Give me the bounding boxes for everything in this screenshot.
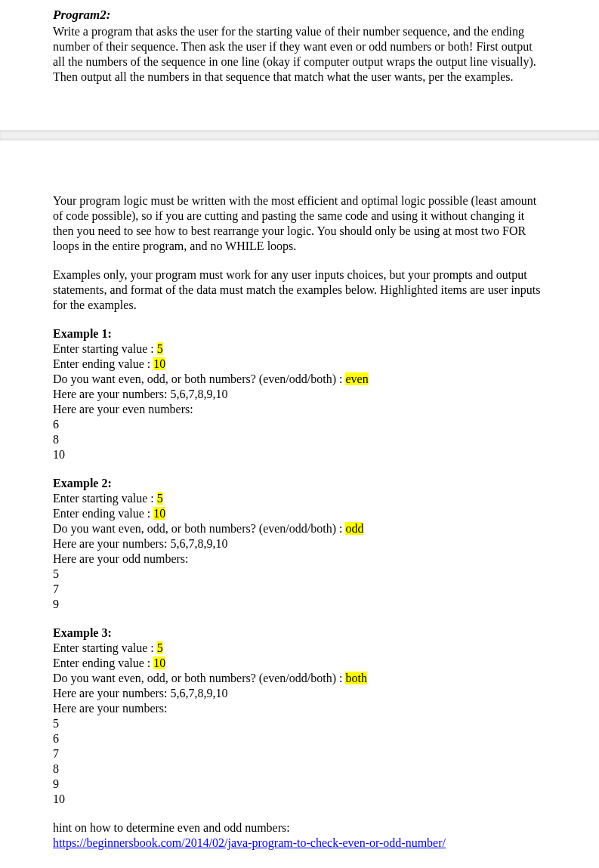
output-value: 8 (53, 432, 546, 447)
example-block: Example 3: Enter starting value : 5 Ente… (53, 626, 546, 807)
bottom-section: Your program logic must be written with … (0, 141, 599, 868)
example-line: Do you want even, odd, or both numbers? … (53, 521, 546, 536)
allnums-line: Here are your numbers: 5,6,7,8,9,10 (53, 387, 546, 402)
top-section: Program2: Write a program that asks the … (0, 0, 599, 130)
choice-prompt: Do you want even, odd, or both numbers? … (53, 372, 345, 385)
user-input-highlight: 10 (153, 507, 165, 520)
example-title: Example 3: (53, 626, 546, 641)
example-block: Example 1: Enter starting value : 5 Ente… (53, 326, 546, 462)
output-value: 9 (53, 597, 546, 612)
end-prompt: Enter ending value : (53, 507, 153, 520)
output-value: 8 (53, 761, 546, 777)
example-line: Enter ending value : 10 (53, 506, 546, 521)
output-value: 5 (53, 567, 546, 582)
choice-prompt: Do you want even, odd, or both numbers? … (53, 672, 345, 684)
user-input-highlight: both (345, 672, 366, 684)
end-prompt: Enter ending value : (53, 357, 153, 370)
user-input-highlight: 10 (153, 357, 165, 370)
example-line: Do you want even, odd, or both numbers? … (53, 372, 546, 387)
hint-label: hint on how to determine even and odd nu… (53, 820, 546, 836)
user-input-highlight: 5 (157, 342, 163, 355)
end-prompt: Enter ending value : (53, 656, 153, 669)
example-block: Example 2: Enter starting value : 5 Ente… (53, 476, 546, 612)
output-value: 6 (53, 731, 546, 746)
output-value: 10 (53, 792, 546, 807)
example-line: Enter starting value : 5 (53, 641, 546, 656)
program-description: Write a program that asks the user for t… (53, 24, 546, 85)
output-value: 5 (53, 716, 546, 731)
output-value: 10 (53, 447, 546, 462)
start-prompt: Enter starting value : (53, 641, 157, 654)
user-input-highlight: 10 (153, 656, 165, 669)
allnums-line: Here are your numbers: 5,6,7,8,9,10 (53, 686, 546, 701)
output-value: 6 (53, 417, 546, 432)
filter-line: Here are your numbers: (53, 701, 546, 716)
output-value: 9 (53, 777, 546, 792)
hint-block: hint on how to determine even and odd nu… (53, 820, 546, 851)
examples-intro-paragraph: Examples only, your program must work fo… (53, 267, 546, 313)
filter-line: Here are your even numbers: (53, 402, 546, 417)
example-line: Enter ending value : 10 (53, 357, 546, 372)
program-heading: Program2: (53, 8, 546, 23)
hint-link[interactable]: https://beginnersbook.com/2014/02/java-p… (53, 836, 446, 849)
start-prompt: Enter starting value : (53, 492, 157, 505)
example-line: Enter starting value : 5 (53, 341, 546, 357)
user-input-highlight: odd (345, 522, 363, 535)
output-value: 7 (53, 746, 546, 761)
allnums-line: Here are your numbers: 5,6,7,8,9,10 (53, 536, 546, 551)
user-input-highlight: even (345, 372, 368, 385)
example-line: Do you want even, odd, or both numbers? … (53, 671, 546, 686)
example-line: Enter ending value : 10 (53, 656, 546, 671)
choice-prompt: Do you want even, odd, or both numbers? … (53, 522, 345, 535)
example-line: Enter starting value : 5 (53, 491, 546, 506)
user-input-highlight: 5 (157, 492, 163, 505)
start-prompt: Enter starting value : (53, 342, 157, 355)
user-input-highlight: 5 (157, 641, 163, 654)
page-divider (0, 130, 599, 141)
filter-line: Here are your odd numbers: (53, 551, 546, 567)
logic-paragraph: Your program logic must be written with … (53, 193, 546, 254)
output-value: 7 (53, 582, 546, 597)
example-title: Example 2: (53, 476, 546, 491)
example-title: Example 1: (53, 326, 546, 341)
